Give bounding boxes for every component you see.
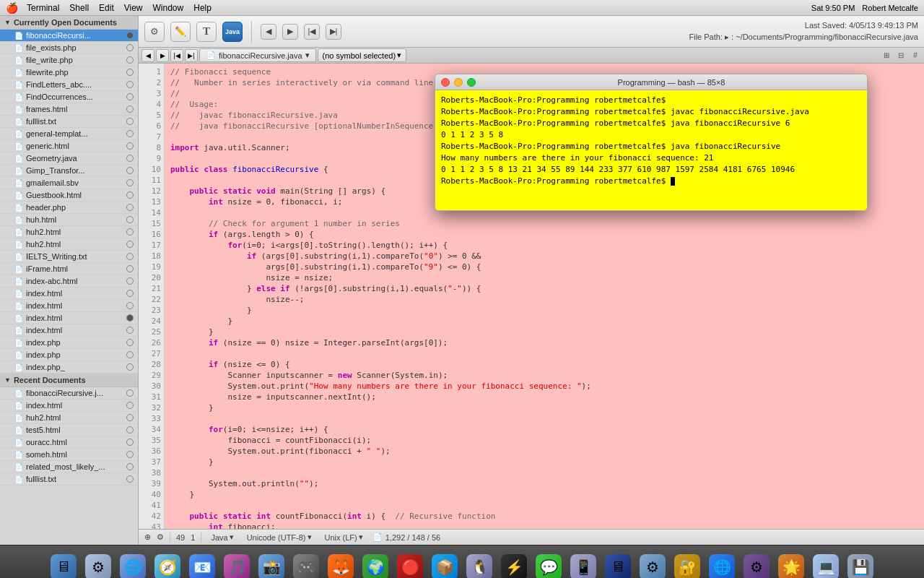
tab-nav-home[interactable]: |◀ <box>170 49 183 62</box>
dock-appstore[interactable]: 🌐 <box>117 551 149 579</box>
sidebar-item-index-abc[interactable]: 📄 index-abc.html <box>0 275 138 288</box>
status-settings-btn[interactable]: ⚙ <box>157 532 164 542</box>
sidebar-item-recent-test5[interactable]: 📄 test5.html <box>0 424 138 436</box>
sidebar-item-gimp[interactable]: 📄 Gimp_Transfor... <box>0 165 138 177</box>
terminal-maximize-btn[interactable] <box>467 78 476 87</box>
status-add-btn[interactable]: ⊕ <box>144 532 151 542</box>
sidebar-item-index1[interactable]: 📄 index.html <box>0 288 138 300</box>
menubar-terminal[interactable]: Terminal <box>27 3 59 13</box>
pencil-button[interactable]: ✏️ <box>170 22 191 42</box>
sidebar-item-huh2b[interactable]: 📄 huh2.html <box>0 238 138 251</box>
sidebar-item-recent-index[interactable]: 📄 index.html <box>0 400 138 412</box>
sidebar-item-index2[interactable]: 📄 index.html <box>0 300 138 312</box>
sidebar-item-recent-related[interactable]: 📄 related_most_likely_... <box>0 461 138 473</box>
status-encoding-dropdown[interactable]: Unicode (UTF-8) ▾ <box>243 531 315 543</box>
sidebar-item-frames[interactable]: 📄 frames.html <box>0 103 138 116</box>
sidebar-item-file-write[interactable]: 📄 file_write.php <box>0 54 138 66</box>
recent-section-label: Recent Documents <box>14 376 86 384</box>
sidebar-item-gmailemail[interactable]: 📄 gmailemail.sbv <box>0 177 138 189</box>
symbol-dropdown[interactable]: (no symbol selected) ▾ <box>318 48 407 62</box>
dock-gimp[interactable]: ⚙ <box>741 551 772 579</box>
dock-star[interactable]: 🌟 <box>775 551 807 579</box>
terminal-close-btn[interactable] <box>441 78 450 87</box>
tab-btn-2[interactable]: ⊟ <box>895 50 907 61</box>
file-tab[interactable]: 📄 fibonacciRecursive.java ▾ <box>199 48 316 62</box>
menubar-shell[interactable]: Shell <box>69 3 89 13</box>
nav-start-btn[interactable]: |◀ <box>304 24 320 40</box>
sidebar-item-index3[interactable]: 📄 index.html <box>0 312 138 324</box>
sidebar-item-guestbook[interactable]: 📄 Guestbook.html <box>0 189 138 202</box>
menubar-window[interactable]: Window <box>153 3 184 13</box>
sidebar-item-iframe[interactable]: 📄 iFrame.html <box>0 263 138 275</box>
dock-vmware[interactable]: 🐧 <box>463 551 495 579</box>
dock-iphoto[interactable]: 📸 <box>256 551 287 579</box>
dock-messages[interactable]: 💬 <box>533 551 565 579</box>
apple-menu[interactable]: 🍎 <box>6 2 18 14</box>
sidebar-item-header[interactable]: 📄 header.php <box>0 202 138 214</box>
sidebar-item-recent-huh2[interactable]: 📄 huh2.html <box>0 412 138 424</box>
sidebar-item-recent-fulllist[interactable]: 📄 fulllist.txt <box>0 473 138 486</box>
terminal-minimize-btn[interactable] <box>454 78 463 87</box>
file-dot <box>126 277 134 285</box>
tab-nav-back[interactable]: ◀ <box>141 49 154 62</box>
menubar-help[interactable]: Help <box>193 3 212 13</box>
dock-computer[interactable]: 💻 <box>810 551 842 579</box>
sidebar-item-index4[interactable]: 📄 index.html <box>0 324 138 337</box>
dock-textwrangler[interactable]: ⚙ <box>637 551 668 579</box>
dock-skype[interactable]: 📦 <box>429 551 461 579</box>
sidebar-item-geometry[interactable]: 📄 Geometry.java <box>0 152 138 165</box>
sidebar-item-generic-html[interactable]: 📄 generic.html <box>0 140 138 152</box>
sidebar-item-index-php1[interactable]: 📄 index.php <box>0 337 138 349</box>
file-path: File Path: ▸ : ~/Documents/Programming/f… <box>689 32 919 43</box>
menubar-edit[interactable]: Edit <box>99 3 114 13</box>
dock-launchpad[interactable]: ⚙ <box>82 551 114 579</box>
sidebar-item-index-php2[interactable]: 📄 index.php <box>0 349 138 361</box>
nav-forward-btn[interactable]: ▶ <box>282 24 298 40</box>
tab-nav-forward[interactable]: ▶ <box>156 49 169 62</box>
file-dot <box>126 142 134 150</box>
tab-nav-end[interactable]: ▶| <box>185 49 198 62</box>
tab-btn-1[interactable]: ⊞ <box>881 50 892 61</box>
sidebar-item-filewrite[interactable]: 📄 filewrite.php <box>0 66 138 79</box>
dock-crossover[interactable]: 🔴 <box>394 551 426 579</box>
dock-firefox[interactable]: 🦊 <box>325 551 357 579</box>
dock-itunes[interactable]: 🎵 <box>221 551 253 579</box>
sidebar-item-recent-ouracc[interactable]: 📄 ouracc.html <box>0 436 138 449</box>
dock-mail[interactable]: 📧 <box>186 551 218 579</box>
sidebar-item-recent-someh[interactable]: 📄 someh.html <box>0 449 138 461</box>
nav-end-btn[interactable]: ▶| <box>326 24 341 40</box>
font-button[interactable]: T <box>196 22 217 42</box>
status-line-ending-dropdown[interactable]: Unix (LF) ▾ <box>321 531 367 543</box>
nav-back-btn[interactable]: ◀ <box>261 24 276 40</box>
sidebar-item-general-template[interactable]: 📄 general-templat... <box>0 128 138 140</box>
sidebar-item-file-exists[interactable]: 📄 file_exists.php <box>0 42 138 54</box>
dock-camino[interactable]: 🌐 <box>706 551 738 579</box>
sidebar-item-huh[interactable]: 📄 huh.html <box>0 214 138 226</box>
dock-game[interactable]: 🎮 <box>290 551 322 579</box>
dock-finder[interactable]: 🖥 <box>48 551 79 579</box>
tab-btn-3[interactable]: # <box>910 50 921 61</box>
dock-safari[interactable]: 🧭 <box>152 551 183 579</box>
dock-chrome[interactable]: 🌍 <box>359 551 391 579</box>
sidebar-item-findoccurrences[interactable]: 📄 FindOccurrences... <box>0 91 138 103</box>
dock-iphone[interactable]: 📱 <box>567 551 599 579</box>
sidebar-item-ielts[interactable]: 📄 IELTS_Writing.txt <box>0 251 138 263</box>
dock-vpn[interactable]: 🔐 <box>671 551 703 579</box>
status-lang-dropdown[interactable]: Java ▾ <box>207 531 237 543</box>
open-docs-section[interactable]: ▼ Currently Open Documents <box>0 16 138 30</box>
menubar-view[interactable]: View <box>124 3 143 13</box>
sidebar-item-index-php3[interactable]: 📄 index.php_ <box>0 361 138 374</box>
sidebar-item-fibonacci-recursive[interactable]: 📄 fibonacciRecursi... <box>0 30 138 42</box>
dock-imovie[interactable]: 🖥 <box>602 551 634 579</box>
file-name: huh.html <box>26 215 123 224</box>
dock-terminal[interactable]: ⚡ <box>498 551 530 579</box>
sidebar-item-fulllist[interactable]: 📄 fulllist.txt <box>0 116 138 128</box>
file-name: index.php_ <box>26 363 123 371</box>
recent-docs-section[interactable]: ▼ Recent Documents <box>0 374 138 387</box>
terminal-content[interactable]: Roberts-MacBook-Pro:Programming robertme… <box>435 90 867 210</box>
sidebar-item-findletters[interactable]: 📄 FindLetters_abc.... <box>0 79 138 91</box>
sidebar-item-huh2[interactable]: 📄 huh2.html <box>0 226 138 238</box>
sidebar-item-recent-fibonacci[interactable]: 📄 fibonacciRecursive.j... <box>0 387 138 400</box>
toolbar-icon-btn-1[interactable]: ⚙ <box>144 22 165 42</box>
dock-trash[interactable]: 💾 <box>845 551 876 579</box>
